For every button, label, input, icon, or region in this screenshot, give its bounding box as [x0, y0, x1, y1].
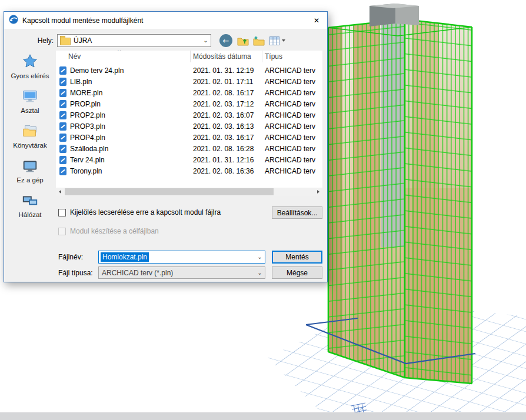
folder-icon: [60, 38, 71, 45]
file-row[interactable]: PROP3.pln 2021. 02. 03. 16:13 ARCHICAD t…: [56, 121, 322, 132]
sidebar-item-desktop[interactable]: Asztal: [5, 88, 55, 115]
new-folder-button[interactable]: [252, 34, 266, 47]
new-folder-icon: [253, 36, 265, 46]
file-row[interactable]: PROP2.pln 2021. 02. 03. 16:07 ARCHICAD t…: [56, 109, 322, 121]
file-row[interactable]: MORE.pln 2021. 02. 08. 16:17 ARCHICAD te…: [56, 87, 322, 98]
file-name: MORE.pln: [70, 89, 191, 97]
close-button[interactable]: ✕: [306, 12, 327, 29]
file-name: Torony.pln: [70, 167, 191, 175]
places-sidebar: Gyors elérés Asztal: [5, 53, 55, 226]
sidebar-item-label: Hálózat: [19, 211, 42, 218]
chevron-down-icon[interactable]: ⌄: [255, 254, 265, 260]
archicad-file-icon: [59, 122, 66, 131]
column-header-date[interactable]: Módosítás dátuma: [191, 51, 262, 62]
scroll-right-arrow[interactable]: [314, 188, 322, 196]
viewport-bottom-bar: [0, 412, 526, 420]
chevron-down-icon[interactable]: ⌄: [201, 38, 211, 44]
sidebar-item-this-pc[interactable]: Ez a gép: [5, 157, 55, 184]
file-type: ARCHICAD terv: [262, 167, 322, 175]
file-type: ARCHICAD terv: [262, 66, 322, 75]
file-name: PROP.pln: [70, 100, 191, 108]
up-folder-button[interactable]: [236, 34, 250, 47]
file-date: 2021. 02. 08. 16:17: [191, 89, 262, 97]
right-triangle-icon: [317, 190, 319, 194]
file-type: ARCHICAD terv: [262, 134, 322, 142]
back-button[interactable]: ←: [219, 34, 232, 47]
checkbox-label: Kijelölés lecserélése erre a kapcsolt mo…: [70, 208, 221, 216]
close-icon: ✕: [314, 16, 319, 25]
archicad-file-icon: [59, 89, 66, 97]
scroll-left-arrow[interactable]: [56, 188, 64, 196]
filetype-value: ARCHICAD terv (*.pln): [99, 269, 173, 277]
archicad-file-icon: [59, 167, 66, 175]
archicad-file-icon: [59, 78, 66, 86]
column-header-name[interactable]: Név: [56, 51, 191, 62]
file-date: 2021. 02. 08. 16:36: [191, 167, 262, 175]
file-name: PROP2.pln: [70, 111, 191, 119]
filename-input[interactable]: Homlokzat.pln ⌄: [98, 251, 265, 264]
save-button[interactable]: Mentés: [272, 251, 322, 264]
column-header-type[interactable]: Típus: [262, 51, 322, 62]
checkbox-unchecked-icon[interactable]: [58, 209, 66, 216]
archicad-file-icon: [59, 145, 66, 153]
file-row[interactable]: Terv 24.pln 2021. 01. 31. 12:16 ARCHICAD…: [56, 154, 322, 165]
views-caret-icon: [282, 39, 285, 42]
star-icon: [21, 53, 39, 71]
location-value: ÚJRA: [71, 36, 92, 45]
file-row[interactable]: Torony.pln 2021. 02. 08. 16:36 ARCHICAD …: [56, 165, 322, 176]
location-combobox[interactable]: ÚJRA ⌄: [57, 34, 211, 47]
file-name: Demo terv 24.pln: [70, 66, 191, 75]
file-date: 2021. 02. 03. 16:17: [191, 134, 262, 142]
file-type: ARCHICAD terv: [262, 89, 322, 97]
file-date: 2021. 02. 03. 16:07: [191, 111, 262, 119]
archicad-file-icon: [59, 156, 66, 164]
dialog-titlebar[interactable]: Kapcsolt modul mentése modulfájlként ✕: [4, 12, 327, 29]
file-date: 2021. 02. 08. 16:28: [191, 145, 262, 153]
file-type: ARCHICAD terv: [262, 122, 322, 131]
file-row[interactable]: LIB.pln 2021. 02. 01. 17:11 ARCHICAD ter…: [56, 76, 322, 87]
archicad-file-icon: [59, 111, 66, 119]
horizontal-scrollbar[interactable]: [56, 188, 322, 196]
rooftop-box: [369, 4, 419, 26]
file-name: PROP3.pln: [70, 122, 191, 131]
replace-selection-checkbox[interactable]: Kijelölés lecserélése erre a kapcsolt mo…: [58, 208, 221, 216]
file-row[interactable]: PROP.pln 2021. 02. 03. 17:12 ARCHICAD te…: [56, 98, 322, 109]
file-rows: Demo terv 24.pln 2021. 01. 31. 12:19 ARC…: [56, 62, 322, 176]
sidebar-item-label: Gyors elérés: [11, 72, 49, 79]
file-name: PROP4.pln: [70, 134, 191, 142]
save-module-dialog: Kapcsolt modul mentése modulfájlként ✕ H…: [4, 11, 328, 282]
file-name: Terv 24.pln: [70, 156, 191, 164]
back-icon: ←: [223, 37, 229, 45]
up-folder-icon: [237, 36, 249, 46]
file-type: ARCHICAD terv: [262, 111, 322, 119]
archicad-app-icon: [9, 15, 18, 26]
sidebar-item-quick-access[interactable]: Gyors elérés: [5, 53, 55, 80]
screen: Kapcsolt modul mentése modulfájlként ✕ H…: [0, 0, 526, 420]
filetype-dropdown[interactable]: ARCHICAD terv (*.pln) ⌄: [98, 266, 265, 279]
archicad-file-icon: [59, 134, 66, 142]
chevron-down-icon[interactable]: ⌄: [255, 270, 265, 276]
cancel-button[interactable]: Mégse: [272, 266, 322, 279]
file-row[interactable]: Szálloda.pln 2021. 02. 08. 16:28 ARCHICA…: [56, 143, 322, 154]
computer-icon: [21, 157, 39, 175]
filename-value[interactable]: Homlokzat.pln: [101, 252, 149, 262]
left-triangle-icon: [59, 190, 61, 194]
checkbox-label: Modul készítése a célfájlban: [70, 227, 159, 235]
filetype-label: Fájl típusa:: [58, 269, 93, 277]
sidebar-item-libraries[interactable]: Könyvtárak: [5, 122, 55, 149]
file-row[interactable]: PROP4.pln 2021. 02. 03. 16:17 ARCHICAD t…: [56, 132, 322, 143]
scrollbar-thumb[interactable]: [65, 188, 274, 195]
views-menu-button[interactable]: [267, 34, 287, 47]
file-name: Szálloda.pln: [70, 145, 191, 153]
settings-button[interactable]: Beállítások...: [272, 206, 322, 219]
file-row[interactable]: Demo terv 24.pln 2021. 01. 31. 12:19 ARC…: [56, 65, 322, 76]
views-icon: [269, 36, 279, 45]
filename-label: Fájlnév:: [58, 253, 83, 261]
desktop-icon: [21, 88, 39, 105]
sidebar-item-label: Könyvtárak: [13, 142, 47, 149]
file-type: ARCHICAD terv: [262, 145, 322, 153]
file-type: ARCHICAD terv: [262, 156, 322, 164]
file-date: 2021. 02. 03. 16:13: [191, 122, 262, 131]
sidebar-item-network[interactable]: Hálózat: [5, 192, 55, 219]
list-header: ^ Név Módosítás dátuma Típus: [56, 51, 322, 62]
